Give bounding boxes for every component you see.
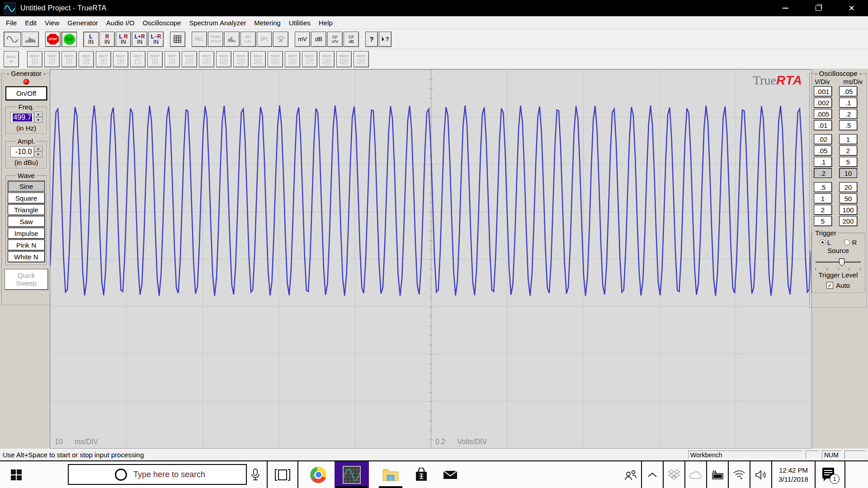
vdiv-p002-button[interactable]: .002 (814, 98, 832, 108)
memory-13-button[interactable]: Mem13 (233, 51, 249, 67)
wave-saw-button[interactable]: Saw (8, 216, 45, 227)
generator-onoff-button[interactable]: On/Off (5, 86, 47, 100)
menu-item-generator[interactable]: Generator (63, 18, 102, 28)
memory-6-button[interactable]: Mem6 (113, 51, 128, 67)
msdiv-p2-button[interactable]: .2 (839, 109, 857, 119)
memory-14-button[interactable]: Mem14 (250, 51, 266, 67)
clear-peak-button[interactable] (273, 32, 288, 47)
msdiv-50-button[interactable]: 50 (839, 193, 857, 203)
memory-18-button[interactable]: Mem18 (319, 51, 335, 67)
trigger-level-slider[interactable] (816, 258, 861, 267)
menu-item-utilities[interactable]: Utilities (285, 18, 315, 28)
help-button[interactable]: ? (365, 32, 378, 47)
msdiv-20-button[interactable]: 20 (839, 182, 857, 192)
frequency-down-button[interactable]: ▼ (34, 117, 42, 123)
input-left-right-button[interactable]: L R IN (116, 32, 131, 47)
memory-10-button[interactable]: Mem10 (182, 51, 197, 67)
trigger-source-right-radio[interactable]: R (844, 239, 857, 246)
task-view-button[interactable] (267, 461, 298, 488)
vdiv-p01-button[interactable]: .01 (814, 120, 832, 130)
peak-hold-button[interactable]: PEAKHOLD (208, 32, 223, 47)
trigger-source-left-radio[interactable]: L (820, 239, 831, 246)
wifi-tray-button[interactable] (728, 461, 750, 488)
menu-item-metering[interactable]: Metering (250, 18, 284, 28)
vdiv-p001-button[interactable]: .001 (814, 86, 832, 96)
amplitude-input[interactable]: -10.0 (10, 146, 34, 157)
msdiv-100-button[interactable]: 100 (839, 205, 857, 215)
memory-4-button[interactable]: Mem4 (79, 51, 94, 67)
auto-trigger-checkbox[interactable]: ✓ (826, 282, 833, 289)
vdiv-p05-button[interactable]: .05 (814, 145, 832, 155)
start-button[interactable] (5, 461, 28, 488)
stop-button[interactable]: STOP (45, 32, 61, 47)
onedrive-tray-button[interactable] (684, 461, 706, 488)
go-button[interactable]: GO (61, 32, 77, 47)
close-button[interactable]: ✕ (835, 0, 868, 16)
dropbox-tray-button[interactable] (663, 461, 684, 488)
oscilloscope-view-button[interactable] (4, 32, 21, 47)
memory-11-button[interactable]: Mem11 (199, 51, 214, 67)
memory-7-button[interactable]: Mem7 (130, 51, 146, 67)
wave-pink-n-button[interactable]: Pink N (8, 239, 45, 250)
memory-20-button[interactable]: Mem20 (354, 51, 369, 67)
speech-button[interactable] (248, 461, 263, 488)
input-diff-button[interactable]: L−R IN (148, 32, 164, 47)
truerta-taskbar-button[interactable] (335, 461, 369, 488)
msdiv-200-button[interactable]: 200 (839, 216, 857, 226)
msdiv-p05-button[interactable]: .05 (839, 86, 857, 96)
memory-1-button[interactable]: Mem1 (27, 51, 42, 67)
wave-white-n-button[interactable]: White N (8, 251, 45, 262)
volume-tray-button[interactable] (750, 461, 771, 488)
chrome-taskbar-button[interactable] (308, 461, 328, 488)
amplitude-down-button[interactable]: ▼ (34, 152, 42, 157)
grid-toggle-button[interactable] (170, 32, 185, 47)
battery-tray-button[interactable] (706, 461, 728, 488)
wave-triangle-button[interactable]: Triangle (8, 204, 45, 215)
wave-impulse-button[interactable]: Impulse (8, 228, 45, 239)
memory-2-button[interactable]: Mem2 (44, 51, 60, 67)
input-left-button[interactable]: L IN (83, 32, 99, 47)
crest-factor-db-button[interactable]: CFdB (344, 32, 359, 47)
menu-item-edit[interactable]: Edit (21, 18, 41, 28)
frequency-up-button[interactable]: ▲ (34, 112, 42, 117)
millivolts-button[interactable]: mV (295, 32, 310, 47)
slider-thumb[interactable] (839, 258, 844, 267)
msdiv-p1-button[interactable]: .1 (839, 98, 857, 108)
memory-5-button[interactable]: Mem5 (96, 51, 111, 67)
people-button[interactable] (620, 461, 641, 488)
vdiv-p5-button[interactable]: .5 (814, 182, 832, 192)
action-center-button[interactable]: 1 (815, 461, 845, 488)
memory-17-button[interactable]: Mem17 (302, 51, 317, 67)
msdiv-1-button[interactable]: 1 (839, 134, 857, 144)
input-right-button[interactable]: R IN (99, 32, 115, 47)
memory-9-button[interactable]: Mem9 (165, 51, 180, 67)
menu-item-oscilloscope[interactable]: Oscilloscope (138, 18, 185, 28)
store-taskbar-button[interactable] (410, 461, 432, 488)
memory-16-button[interactable]: Mem16 (285, 51, 300, 67)
file-explorer-taskbar-button[interactable] (379, 461, 402, 488)
memory-3-button[interactable]: Mem3 (61, 51, 77, 67)
memory-8-button[interactable]: Mem8 (147, 51, 163, 67)
bar-display-button[interactable] (224, 32, 240, 47)
quick-sweep-button[interactable]: QuickSweep (5, 269, 48, 290)
vdiv-p1-button[interactable]: .1 (814, 157, 832, 167)
mail-taskbar-button[interactable] (439, 461, 461, 488)
vdiv-2-button[interactable]: 2 (814, 205, 832, 215)
wave-sine-button[interactable]: Sine (8, 181, 45, 192)
memory-15-button[interactable]: Mem15 (268, 51, 283, 67)
wave-square-button[interactable]: Square (8, 192, 45, 203)
msdiv-2-button[interactable]: 2 (839, 145, 857, 155)
context-help-button[interactable]: ? (379, 32, 392, 47)
menu-item-audio-i-o[interactable]: Audio I/O (102, 18, 139, 28)
msdiv-p5-button[interactable]: .5 (839, 120, 857, 130)
relative-mode-button[interactable]: REL (192, 32, 207, 47)
crest-factor-vv-button[interactable]: CFV/V (327, 32, 343, 47)
decibels-button[interactable]: dB (311, 32, 326, 47)
minimize-button[interactable] (769, 0, 802, 16)
vdiv-p02-button[interactable]: .02 (814, 134, 832, 144)
menu-item-spectrum-analyzer[interactable]: Spectrum Analyzer (185, 18, 250, 28)
spl-button[interactable]: SPL (257, 32, 272, 47)
msdiv-5-button[interactable]: 5 (839, 157, 857, 167)
spectrum-view-button[interactable] (22, 32, 39, 47)
mic-cal-button[interactable]: MICCAL (241, 32, 256, 47)
